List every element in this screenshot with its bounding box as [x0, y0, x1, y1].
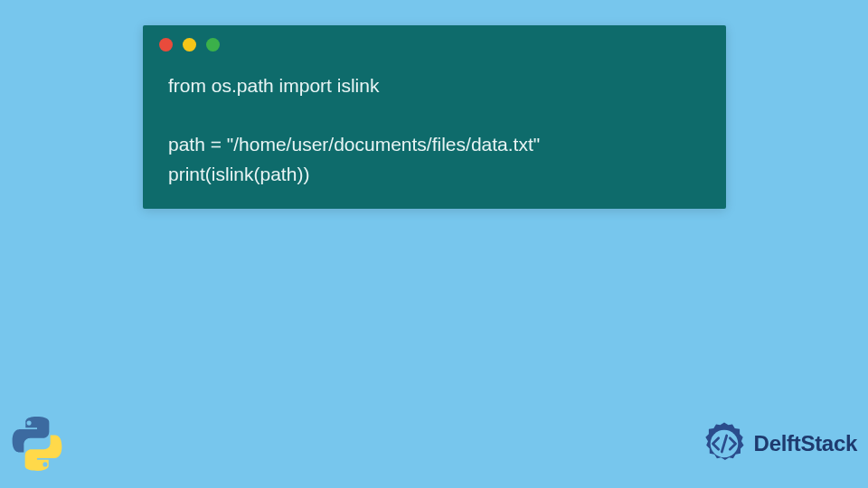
- code-gear-icon: [700, 419, 749, 468]
- minimize-icon: [183, 38, 196, 52]
- python-logo-icon: [5, 412, 69, 475]
- maximize-icon: [206, 38, 220, 52]
- code-blank-line: [168, 101, 701, 131]
- code-line: path = "/home/user/documents/files/data.…: [168, 130, 701, 160]
- code-line: from os.path import islink: [168, 71, 701, 101]
- code-body: from os.path import islink path = "/home…: [143, 61, 726, 189]
- window-titlebar: [143, 25, 726, 61]
- brand-logo: DelftStack: [700, 419, 857, 468]
- close-icon: [159, 38, 173, 52]
- code-line: print(islink(path)): [168, 160, 701, 190]
- brand-name: DelftStack: [754, 431, 857, 456]
- code-window: from os.path import islink path = "/home…: [143, 25, 726, 209]
